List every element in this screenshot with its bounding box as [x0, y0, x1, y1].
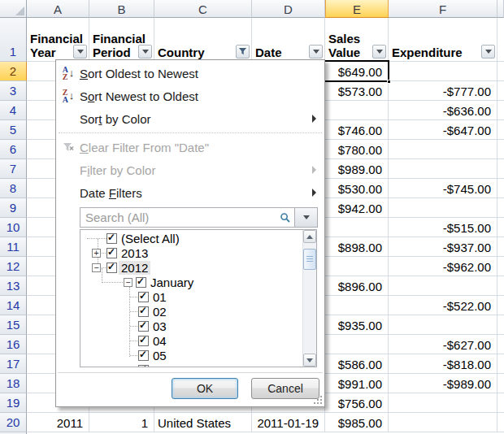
row-header-8[interactable]: 8	[0, 179, 27, 198]
cell-A20[interactable]: 2011	[27, 413, 89, 432]
cell-F3[interactable]: -$777.00	[389, 81, 497, 101]
row-header-14[interactable]: 14	[0, 296, 27, 315]
cell-E6[interactable]: $780.00	[325, 140, 389, 159]
cell-F14[interactable]: -$522.00	[389, 296, 497, 315]
scrollbar-thumb[interactable]	[303, 249, 316, 270]
cell-E14[interactable]	[325, 296, 389, 315]
cell-E8[interactable]: $530.00	[325, 179, 389, 198]
filter-value-01[interactable]: ✓01	[80, 290, 302, 305]
row-header-3[interactable]: 3	[0, 81, 27, 101]
menu-item-sort-by-color[interactable]: Sort by Color	[57, 107, 324, 130]
cell-D20[interactable]: 2011-01-19	[252, 413, 325, 432]
cell-E4[interactable]	[325, 101, 389, 120]
ok-button[interactable]: OK	[172, 378, 238, 399]
cell-F9[interactable]	[389, 198, 497, 218]
cell-F12[interactable]: -$962.00	[389, 257, 497, 276]
cell-E5[interactable]: $746.00	[325, 120, 389, 140]
row-header-6[interactable]: 6	[0, 140, 27, 159]
row-header-12[interactable]: 12	[0, 257, 27, 276]
row-header-16[interactable]: 16	[0, 335, 27, 354]
expand-plus-icon[interactable]: +	[92, 249, 101, 258]
column-header-E[interactable]: E	[325, 0, 389, 18]
row-header-20[interactable]: 20	[0, 413, 27, 432]
header-cell-E[interactable]: SalesValue	[325, 18, 389, 62]
cell-F10[interactable]: -$515.00	[389, 218, 497, 237]
row-header-4[interactable]: 4	[0, 101, 27, 120]
row-header-15[interactable]: 15	[0, 315, 27, 335]
cell-F20[interactable]	[389, 413, 497, 432]
select-all-corner[interactable]	[0, 0, 27, 18]
checkbox-checked-icon[interactable]: ✓	[138, 306, 149, 317]
scrollbar[interactable]	[302, 230, 316, 367]
filter-value-02[interactable]: ✓02	[80, 305, 302, 319]
cell-E18[interactable]: $991.00	[325, 374, 389, 393]
filter-dropdown-button-E[interactable]	[372, 45, 386, 59]
filter-value-select-all[interactable]: ✓(Select All)	[80, 232, 302, 246]
cell-F17[interactable]: -$818.00	[389, 354, 497, 374]
menu-item-date-filters[interactable]: Date Filters	[57, 181, 324, 204]
header-cell-D[interactable]: Date	[252, 18, 325, 62]
filter-value-january[interactable]: −✓January	[80, 276, 302, 290]
resize-grip[interactable]	[313, 395, 322, 404]
filter-value-2012[interactable]: −✓2012	[80, 261, 302, 276]
row-header-2[interactable]: 2	[0, 62, 27, 81]
fill-handle[interactable]	[387, 80, 391, 84]
cell-B20[interactable]: 1	[89, 413, 154, 432]
cell-F18[interactable]: -$989.00	[389, 374, 497, 393]
scroll-down-button[interactable]	[303, 354, 316, 367]
column-header-C[interactable]: C	[154, 0, 252, 18]
header-cell-A[interactable]: FinancialYear	[27, 18, 89, 62]
cell-F19[interactable]	[389, 393, 497, 413]
checkbox-checked-icon[interactable]: ✓	[106, 248, 117, 258]
cell-E3[interactable]: $573.00	[325, 81, 389, 101]
cell-E20[interactable]: $985.00	[325, 413, 389, 432]
filter-dropdown-button-D[interactable]	[309, 45, 323, 59]
row-header-17[interactable]: 17	[0, 354, 27, 374]
column-header-D[interactable]: D	[252, 0, 325, 18]
header-cell-B[interactable]: FinancialPeriod	[89, 18, 154, 62]
column-header-partial[interactable]	[497, 0, 504, 18]
checkbox-checked-icon[interactable]: ✓	[138, 321, 149, 332]
checkbox-checked-icon[interactable]: ✓	[138, 336, 149, 346]
cell-E12[interactable]	[325, 257, 389, 276]
row-header-9[interactable]: 9	[0, 198, 27, 218]
header-cell-F[interactable]: Expenditure	[389, 18, 497, 62]
filter-funnel-button-C[interactable]	[236, 45, 250, 59]
cell-E13[interactable]: $896.00	[325, 276, 389, 296]
row-header-7[interactable]: 7	[0, 159, 27, 179]
filter-value-04[interactable]: ✓04	[80, 334, 302, 349]
collapse-minus-icon[interactable]: −	[92, 263, 101, 272]
cell-E9[interactable]: $942.00	[325, 198, 389, 218]
cell-F2[interactable]	[389, 62, 497, 81]
cell-F5[interactable]: -$647.00	[389, 120, 497, 140]
column-header-F[interactable]: F	[389, 0, 497, 18]
cell-F15[interactable]	[389, 315, 497, 335]
filter-value-2013[interactable]: +✓2013	[80, 246, 302, 261]
cancel-button[interactable]: Cancel	[251, 378, 319, 399]
filter-value-05[interactable]: ✓05	[80, 349, 302, 363]
checkbox-checked-icon[interactable]: ✓	[138, 350, 149, 361]
row-header-11[interactable]: 11	[0, 237, 27, 257]
filter-value-03[interactable]: ✓03	[80, 319, 302, 334]
checkbox-checked-icon[interactable]: ✓	[138, 292, 149, 302]
filter-dropdown-button-F[interactable]	[481, 45, 495, 59]
row-header-1[interactable]: 1	[0, 18, 27, 62]
checkbox-checked-icon[interactable]: ✓	[106, 263, 117, 273]
checkbox-checked-icon[interactable]: ✓	[138, 365, 149, 367]
cell-E19[interactable]: $756.00	[325, 393, 389, 413]
cell-F13[interactable]	[389, 276, 497, 296]
search-dropdown-button[interactable]	[294, 207, 318, 228]
cell-E17[interactable]: $586.00	[325, 354, 389, 374]
cell-F7[interactable]	[389, 159, 497, 179]
cell-E15[interactable]: $935.00	[325, 315, 389, 335]
cell-C20[interactable]: United States	[154, 413, 252, 432]
cell-F6[interactable]	[389, 140, 497, 159]
filter-dropdown-button-A[interactable]	[73, 45, 87, 59]
row-header-10[interactable]: 10	[0, 218, 27, 237]
cell-E7[interactable]: $989.00	[325, 159, 389, 179]
cell-F11[interactable]: -$937.00	[389, 237, 497, 257]
checkbox-checked-icon[interactable]: ✓	[136, 277, 146, 288]
cell-E10[interactable]	[325, 218, 389, 237]
column-header-A[interactable]: A	[27, 0, 89, 18]
scroll-up-button[interactable]	[303, 230, 316, 243]
